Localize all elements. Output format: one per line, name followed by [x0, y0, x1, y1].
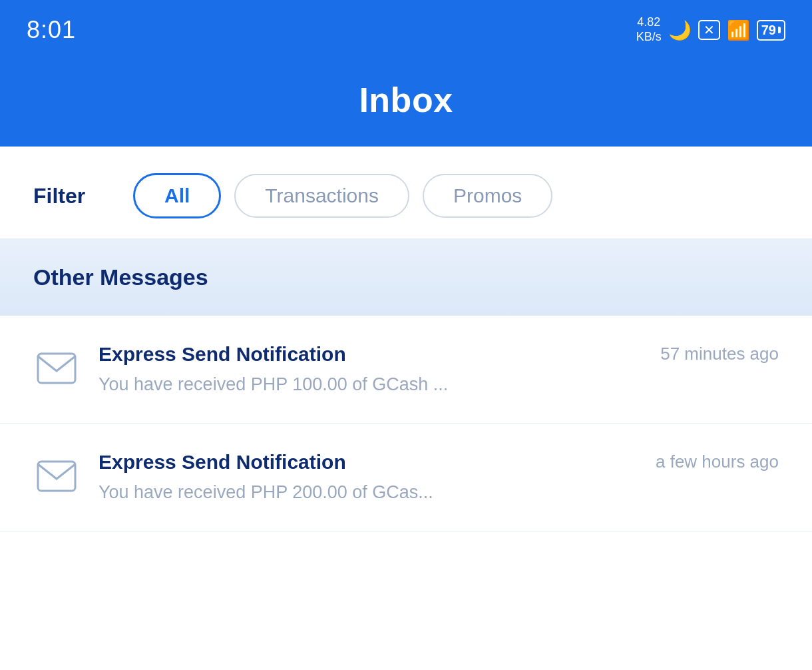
- other-messages-title: Other Messages: [33, 264, 208, 290]
- page-title: Inbox: [359, 81, 453, 119]
- status-bar: 8:01 4.82KB/s 🌙 ✕ 📶 79: [0, 0, 812, 60]
- filter-label: Filter: [33, 184, 113, 208]
- other-messages-section: Other Messages: [0, 239, 812, 316]
- filter-section: Filter All Transactions Promos: [0, 147, 812, 239]
- filter-buttons: All Transactions Promos: [133, 173, 552, 218]
- svg-rect-0: [38, 354, 75, 383]
- message-item[interactable]: Express Send Notification 57 minutes ago…: [0, 316, 812, 424]
- message-time: 57 minutes ago: [660, 344, 779, 364]
- speed-indicator: 4.82KB/s: [636, 15, 662, 44]
- battery-level: 79: [761, 23, 776, 38]
- message-item[interactable]: Express Send Notification a few hours ag…: [0, 424, 812, 531]
- signal-x-icon: ✕: [698, 20, 720, 40]
- moon-icon: 🌙: [668, 19, 692, 41]
- message-content: Express Send Notification a few hours ag…: [99, 449, 779, 505]
- mail-icon: [37, 460, 77, 492]
- message-icon-container: [33, 345, 80, 392]
- battery-indicator: 79: [757, 20, 785, 41]
- message-preview: You have received PHP 200.00 of GCas...: [99, 480, 779, 505]
- message-list: Express Send Notification 57 minutes ago…: [0, 316, 812, 531]
- message-preview: You have received PHP 100.00 of GCash ..…: [99, 372, 779, 398]
- filter-promos-button[interactable]: Promos: [423, 174, 552, 218]
- svg-rect-1: [38, 462, 75, 491]
- mail-icon: [37, 352, 77, 384]
- status-icons: 4.82KB/s 🌙 ✕ 📶 79: [636, 15, 785, 44]
- wifi-icon: 📶: [727, 19, 750, 41]
- filter-all-button[interactable]: All: [133, 173, 221, 218]
- message-title: Express Send Notification: [99, 341, 346, 367]
- message-icon-container: [33, 453, 80, 500]
- filter-transactions-button[interactable]: Transactions: [234, 174, 409, 218]
- message-content: Express Send Notification 57 minutes ago…: [99, 341, 779, 398]
- message-title: Express Send Notification: [99, 449, 346, 475]
- message-time: a few hours ago: [656, 452, 779, 472]
- message-header-row: Express Send Notification 57 minutes ago: [99, 341, 779, 367]
- battery-tip: [778, 27, 781, 33]
- inbox-header: Inbox: [0, 60, 812, 147]
- message-header-row: Express Send Notification a few hours ag…: [99, 449, 779, 475]
- status-time: 8:01: [27, 16, 76, 44]
